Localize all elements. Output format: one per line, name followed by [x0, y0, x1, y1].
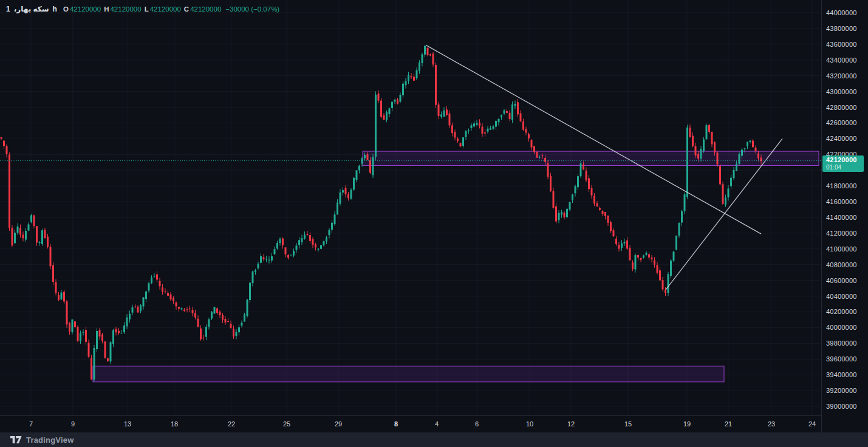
date-tick: 10	[526, 420, 533, 428]
date-tick: 15	[624, 420, 632, 428]
date-tick: 12	[567, 420, 575, 428]
date-tick: 4	[435, 420, 439, 428]
price-tick: 43400000	[826, 56, 857, 64]
date-tick: 23	[768, 420, 775, 428]
date-tick: 9	[71, 420, 75, 428]
bar-countdown: 01:04	[826, 164, 864, 171]
date-tick: 21	[725, 420, 732, 428]
candlesticks	[1, 45, 762, 381]
price-tick: 41800000	[826, 182, 857, 189]
close-value: 42120000	[190, 5, 221, 13]
descending-trendline[interactable]	[426, 45, 761, 234]
date-tick: 25	[283, 420, 290, 428]
date-tick: 24	[808, 420, 816, 428]
price-tick: 40200000	[826, 308, 857, 315]
tradingview-chart-window: 1 سکه بهار، h O 42120000 H 42120000 L 42…	[0, 0, 868, 447]
time-axis[interactable]: 79131822252984610121519212324	[0, 415, 868, 432]
price-tick: 42600000	[826, 119, 857, 126]
supply-zone[interactable]	[363, 151, 819, 165]
price-tick: 39600000	[826, 355, 857, 363]
date-tick: 7	[29, 420, 33, 428]
price-tick: 43000000	[826, 88, 857, 95]
demand-zone[interactable]	[93, 366, 724, 382]
legend-interval-digit: 1	[6, 5, 10, 13]
price-tick: 40400000	[826, 293, 857, 300]
high-value: 42120000	[110, 5, 141, 13]
bottom-toolbar: TradingView	[0, 432, 868, 447]
price-tick: 43800000	[826, 25, 857, 32]
close-label: C	[184, 5, 189, 13]
open-label: O	[63, 5, 69, 13]
price-tick: 40800000	[826, 261, 857, 268]
date-tick: 19	[683, 420, 691, 428]
date-tick: 6	[475, 420, 479, 428]
low-value: 42120000	[150, 5, 181, 13]
price-tick: 40600000	[826, 277, 857, 284]
tradingview-logo-icon[interactable]	[10, 436, 22, 444]
symbol-name: سکه بهار،	[14, 5, 49, 13]
price-axis[interactable]: 42120000 01:04 4400000043800000436000004…	[821, 0, 868, 432]
change-value: −30000 (−0.07%)	[225, 5, 279, 13]
date-tick: 18	[171, 420, 178, 428]
price-tick: 44000000	[826, 9, 857, 16]
date-tick: 13	[124, 420, 131, 428]
price-tick: 40000000	[826, 324, 857, 331]
grid-lines	[0, 0, 821, 415]
low-label: L	[145, 5, 149, 13]
price-tick: 42400000	[826, 135, 857, 142]
last-price-label: 42120000 01:04	[822, 155, 864, 172]
ohlc-readout: O 42120000 H 42120000 L 42120000 C 42120…	[63, 5, 279, 13]
price-tick: 43600000	[826, 41, 857, 48]
date-tick: 22	[228, 420, 235, 428]
tradingview-brand-text[interactable]: TradingView	[26, 435, 74, 445]
trendlines[interactable]	[426, 45, 782, 290]
price-tick: 39000000	[826, 403, 857, 410]
price-tick: 41200000	[826, 230, 857, 237]
price-tick: 43200000	[826, 72, 857, 80]
high-label: H	[104, 5, 109, 13]
date-tick: 29	[335, 420, 342, 428]
date-tick: 8	[394, 420, 398, 428]
legend-interval-unit: h	[53, 5, 57, 13]
chart-canvas[interactable]: 1 سکه بهار، h O 42120000 H 42120000 L 42…	[0, 0, 821, 415]
price-tick: 41000000	[826, 245, 857, 253]
open-value: 42120000	[70, 5, 101, 13]
price-tick: 39200000	[826, 387, 857, 394]
symbol-legend[interactable]: 1 سکه بهار، h O 42120000 H 42120000 L 42…	[6, 5, 279, 13]
price-tick: 41400000	[826, 214, 857, 221]
price-tick: 39800000	[826, 340, 857, 347]
last-price-value: 42120000	[826, 156, 864, 164]
price-tick: 41600000	[826, 198, 857, 205]
price-tick: 42800000	[826, 104, 857, 111]
price-tick: 39400000	[826, 371, 857, 378]
candlestick-chart[interactable]	[0, 0, 821, 415]
